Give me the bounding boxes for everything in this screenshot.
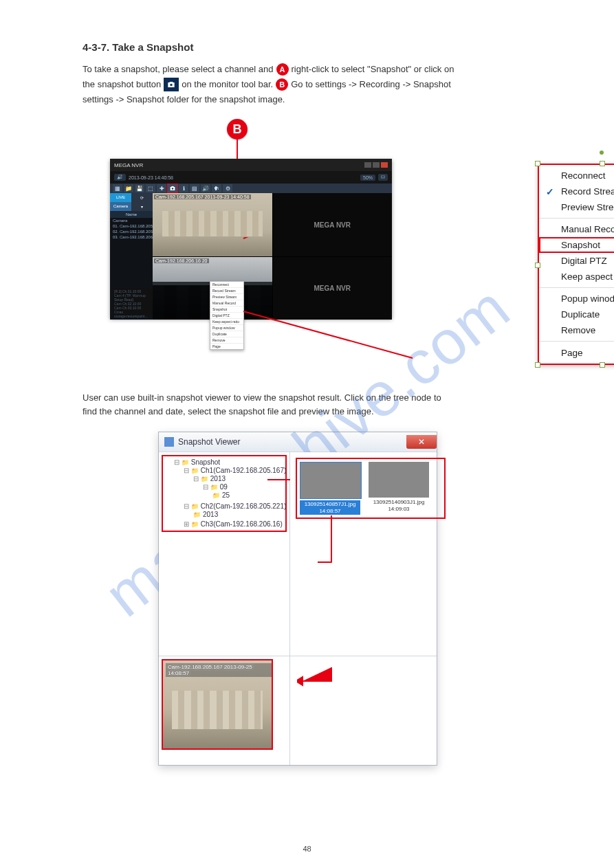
tab-camera[interactable]: Camera: [110, 202, 131, 211]
tree-year[interactable]: 2013: [193, 511, 218, 518]
arrow-to-preview-icon: [297, 665, 338, 692]
min-icon[interactable]: [364, 162, 371, 168]
preview-timestamp: Cam-192.168.205.167 2013-09-25 14:08:57: [166, 663, 272, 677]
toolbar-btn[interactable]: ⚙: [223, 184, 232, 192]
mini-menu-item[interactable]: Snapshot: [210, 307, 243, 313]
nvr-status-log: [R.2] Ch.01:10:00 Cam 4 (TP: Wormup Setu…: [113, 288, 153, 315]
toolbar-btn[interactable]: ✚: [157, 184, 166, 192]
ctx-keep-aspect[interactable]: Keep aspect ratio: [539, 269, 614, 285]
sidebar-tree-header: Name: [110, 211, 153, 218]
mini-menu-item[interactable]: Manual Record: [210, 300, 243, 307]
tree-month[interactable]: 09: [210, 483, 228, 491]
intro-line-1: To take a snapshot, please select a chan…: [83, 63, 552, 76]
mini-menu-item[interactable]: Page: [210, 344, 243, 349]
callout-connector-lines: [242, 237, 421, 368]
app-icon: [164, 437, 174, 447]
svg-line-3: [243, 311, 413, 358]
viewer-thumb-pane: 130925140857J1.jpg 14:08:57 130925140903…: [290, 452, 437, 656]
ctx-record-stream[interactable]: Record Stream: [539, 183, 614, 199]
mini-menu-item[interactable]: Reconnect: [210, 282, 243, 288]
intro-line-2: the snapshot button on the monitor tool …: [83, 78, 552, 91]
ctx-digital-ptz[interactable]: Digital PTZ: [539, 253, 614, 269]
tree-root[interactable]: Snapshot: [182, 458, 220, 466]
arrow-down-icon: [318, 514, 345, 576]
tab-live[interactable]: LIVE: [110, 193, 131, 202]
ctx-remove[interactable]: Remove: [539, 322, 614, 338]
tree-day[interactable]: 25: [212, 491, 230, 499]
text: settings -> Snapshot folder for the snap…: [83, 93, 285, 107]
toolbar-btn[interactable]: ▤: [190, 184, 199, 192]
toolbar-btn[interactable]: 🗣: [212, 184, 221, 192]
viewer-title: Snapshot Viewer: [178, 437, 241, 447]
disk-indicator: 50%: [360, 175, 375, 181]
ctx-duplicate[interactable]: Duplicate: [539, 307, 614, 322]
hdd-icon: ⛁: [378, 174, 388, 181]
text: Go to settings -> Recording -> Snapshot: [291, 78, 451, 91]
nvr-clock: 2013-09-23 14:40:58: [129, 175, 173, 180]
svg-line-2: [243, 237, 413, 238]
ctx-popup-window[interactable]: Popup winodw: [539, 291, 614, 307]
viewer-tree-pane: Snapshot Ch1(Cam-192.168.205.167) 2013 0…: [159, 452, 290, 656]
close-icon[interactable]: [381, 162, 388, 168]
badge-b: B: [227, 119, 248, 140]
callout-b: B: [227, 119, 248, 140]
ctx-reconnect[interactable]: Reconnect: [539, 168, 614, 183]
mini-menu-item[interactable]: Remove: [210, 337, 243, 344]
thumbnail[interactable]: 130925140857J1.jpg 14:08:57: [300, 462, 360, 514]
thumbnail[interactable]: 130925140903J1.jpg 14:09:03: [369, 462, 429, 514]
mini-menu-item[interactable]: Record Stream: [210, 288, 243, 294]
close-button[interactable]: ✕: [406, 435, 437, 449]
page-number: 48: [0, 845, 614, 853]
tree-year[interactable]: 2013: [201, 475, 226, 482]
badge-a-inline: A: [276, 63, 289, 76]
snapshot-button[interactable]: [168, 184, 177, 192]
ctx-manual-record[interactable]: Manual Record: [539, 221, 614, 237]
snapshot-toolbar-icon: [164, 78, 179, 91]
badge-b-inline: B: [276, 78, 288, 91]
snapshot-viewer-window: Snapshot Viewer ✕ Snapshot Ch1(Cam-192.1…: [158, 432, 437, 766]
ctx-preview-stream[interactable]: Preview Stream: [539, 199, 614, 215]
tree-node[interactable]: 03. Cam-192.168.206.16: [110, 234, 153, 240]
ctx-page[interactable]: Page: [539, 344, 614, 361]
mini-menu-item[interactable]: Digital PTZ: [210, 313, 243, 319]
svg-marker-7: [297, 677, 303, 685]
toolbar-btn[interactable]: 💾: [135, 184, 144, 192]
tree-node[interactable]: Camera: [110, 218, 153, 223]
viewer-preview-pane: Cam-192.168.205.167 2013-09-25 14:08:57: [159, 656, 290, 765]
tree-node[interactable]: 02. Cam-192.168.205.4: [110, 229, 153, 234]
max-icon[interactable]: [373, 162, 380, 168]
camera-label: Cam-192.168.206.16 20: [154, 258, 209, 263]
svg-point-1: [172, 188, 174, 190]
text: To take a snapshot, please select a chan…: [83, 63, 274, 76]
tab-refresh-icon[interactable]: ⟳: [131, 193, 153, 202]
tree-ch2[interactable]: Ch2(Cam-192.168.205.221): [191, 502, 287, 510]
thumbnail-strip: 130925140857J1.jpg 14:08:57 130925140903…: [297, 459, 444, 517]
mini-menu-item[interactable]: Popup window: [210, 325, 243, 331]
toolbar-btn[interactable]: ⬚: [146, 184, 155, 192]
svg-point-0: [170, 84, 173, 87]
toolbar-btn[interactable]: ▦: [113, 184, 122, 192]
figure-nvr-context: B MEGA NVR 🔊 2013-09-23 14:40:58 50% ⛁: [110, 119, 550, 366]
toolbar-btn[interactable]: 📁: [124, 184, 133, 192]
volume-icon[interactable]: 🔊: [114, 174, 126, 181]
mini-menu-item[interactable]: Duplicate: [210, 331, 243, 337]
nvr-titlebar: MEGA NVR: [110, 159, 392, 171]
tree-ch3[interactable]: Ch3(Cam-192.168.206.16): [191, 520, 283, 528]
snapshot-preview: Cam-192.168.205.167 2013-09-25 14:08:57: [163, 660, 272, 748]
viewer-tree: Snapshot Ch1(Cam-192.168.205.167) 2013 0…: [163, 456, 285, 531]
toolbar-btn[interactable]: ℹ: [179, 184, 188, 192]
tree-node[interactable]: 01. Cam-192.168.205.167: [110, 223, 153, 229]
text: on the monitor tool bar.: [182, 78, 273, 91]
ctx-snapshot[interactable]: Snapshot A: [539, 237, 614, 253]
text: right-click to select "Snapshot" or clic…: [292, 63, 454, 76]
nvr-info-row: 🔊 2013-09-23 14:40:58 50% ⛁: [110, 171, 392, 183]
viewer-empty-pane: [290, 656, 437, 765]
camera-label: Cam-192.168.205.167 2013-09-23 14:40:58: [154, 194, 251, 199]
section-title: 4-3-7. Take a Snapshot: [83, 41, 552, 53]
mini-menu-item[interactable]: Keep aspect ratio: [210, 319, 243, 325]
viewer-paragraph: User can use built-in snapshot viewer to…: [83, 391, 552, 418]
tab-collapse-icon[interactable]: ▾: [131, 202, 153, 211]
viewer-titlebar: Snapshot Viewer ✕: [159, 432, 437, 452]
toolbar-btn[interactable]: 🔊: [201, 184, 210, 192]
mini-menu-item[interactable]: Preview Stream: [210, 294, 243, 300]
